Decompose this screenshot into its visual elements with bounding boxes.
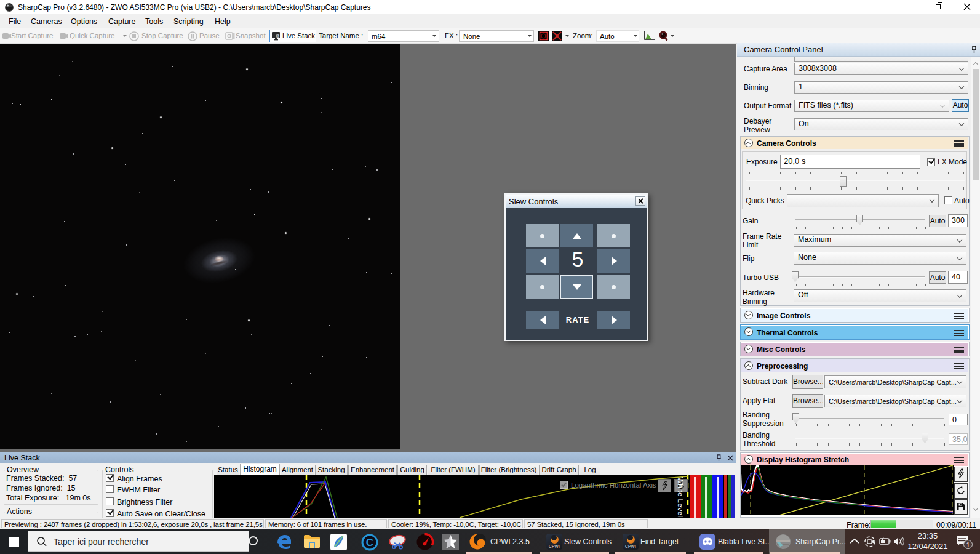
svg-text:a: a — [277, 34, 279, 38]
svg-text:C: C — [366, 537, 373, 548]
